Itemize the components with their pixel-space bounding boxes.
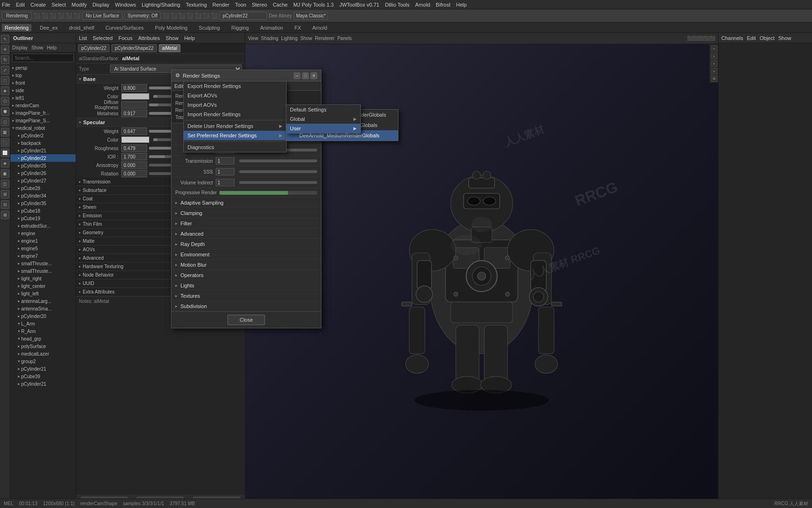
- vp-right-icon-2[interactable]: ▪: [711, 53, 718, 59]
- move-tool[interactable]: ✛: [1, 45, 9, 54]
- tool7[interactable]: ⬡: [1, 97, 9, 105]
- sss-input[interactable]: [216, 168, 234, 175]
- list-item[interactable]: ▸antennaSma...: [10, 305, 76, 312]
- menu-bifrost[interactable]: Bifrost: [436, 2, 450, 8]
- tab-droid-shelf[interactable]: droid_shelf: [66, 24, 97, 32]
- list-item[interactable]: ▾medical_robot: [10, 124, 76, 132]
- node-tab-pcylinder22[interactable]: pCylinder22: [78, 44, 109, 52]
- list-item[interactable]: ▸smallThruste...: [10, 260, 76, 267]
- list-item[interactable]: ▾head_grp: [10, 335, 76, 342]
- list-item[interactable]: ▸renderCam: [10, 102, 76, 109]
- color-swatch[interactable]: [121, 93, 149, 100]
- list-item[interactable]: ▸persp: [10, 64, 76, 71]
- tool8[interactable]: ⬢: [1, 107, 9, 116]
- tab-sculpting[interactable]: Sculpting: [196, 24, 223, 32]
- tool11[interactable]: ⬛: [1, 138, 9, 147]
- menu-cache[interactable]: Cache: [273, 2, 288, 8]
- vp-right-icon-5[interactable]: ⚙: [711, 75, 718, 82]
- preset-diagnostics[interactable]: Diagnostics: [184, 143, 286, 152]
- list-item[interactable]: ▸engine7: [10, 252, 76, 260]
- dialog-close-btn[interactable]: ✕: [311, 72, 317, 79]
- menu-windows[interactable]: Windows: [115, 2, 136, 8]
- list-item[interactable]: ▸pCube19: [10, 214, 76, 222]
- menu-render[interactable]: Render: [212, 2, 229, 8]
- node-tab-pcylindershape22[interactable]: pCylinderShape22: [111, 44, 156, 52]
- list-item[interactable]: ▾L_Arm: [10, 320, 76, 327]
- dialog-maximize-btn[interactable]: □: [302, 72, 309, 79]
- attr-menu-list[interactable]: List: [79, 35, 87, 41]
- preset-export-render[interactable]: Export Render Settings: [184, 81, 286, 91]
- menu-file[interactable]: File: [2, 2, 10, 8]
- vp-menu-lighting[interactable]: Lighting: [281, 36, 297, 41]
- preset-export-aovs[interactable]: Export AOVs: [184, 91, 286, 100]
- list-item[interactable]: ▸pCylinder21: [10, 380, 76, 388]
- tab-rendering[interactable]: Rendering: [2, 24, 31, 32]
- no-live-surface[interactable]: No Live Surface: [82, 12, 122, 20]
- tool10[interactable]: ▦: [1, 128, 9, 136]
- list-item[interactable]: ▸pCylinder26: [10, 169, 76, 177]
- menu-edit[interactable]: Edit: [16, 2, 25, 8]
- spec-color-swatch[interactable]: [121, 136, 149, 143]
- list-item[interactable]: ▸light_right: [10, 275, 76, 282]
- tool9[interactable]: ◻: [1, 118, 9, 126]
- motion-blur-section[interactable]: ▸ Motion Blur: [172, 260, 321, 270]
- list-item[interactable]: ▸pCylinder20: [10, 312, 76, 320]
- vp-right-icon-4[interactable]: ▪: [711, 68, 718, 74]
- ior-input[interactable]: [121, 153, 147, 160]
- subdivision-section[interactable]: ▸ Subdivision: [172, 301, 321, 311]
- list-item[interactable]: ▸pCube39: [10, 373, 76, 380]
- rotate-tool[interactable]: ↻: [1, 56, 9, 64]
- attr-menu-attributes[interactable]: Attributes: [138, 35, 160, 41]
- textures-section[interactable]: ▸ Textures: [172, 291, 321, 301]
- menu-texturing[interactable]: Texturing: [186, 2, 207, 8]
- selection-field[interactable]: pCylinder22: [219, 12, 267, 20]
- list-item[interactable]: ▸left1: [10, 94, 76, 102]
- vp-menu-shading[interactable]: Shading: [261, 36, 279, 41]
- transmission-slider[interactable]: [239, 159, 317, 162]
- workspace-dropdown[interactable]: Maya Classic*: [294, 12, 328, 20]
- submenu-default-settings[interactable]: Default Settings: [286, 105, 360, 114]
- sss-slider[interactable]: [239, 170, 317, 173]
- dialog-close-button[interactable]: Close: [227, 315, 265, 325]
- metalness-input[interactable]: [121, 110, 147, 117]
- vp-right-icon-1[interactable]: ▪: [711, 45, 718, 52]
- ray-depth-section[interactable]: ▸ Ray Depth: [172, 239, 321, 249]
- tab-arnold[interactable]: Arnold: [309, 24, 330, 32]
- tool13[interactable]: ◈: [1, 159, 9, 167]
- tool16[interactable]: ⊞: [1, 190, 9, 198]
- operators-section[interactable]: ▸ Operators: [172, 270, 321, 280]
- tool18[interactable]: ⊠: [1, 211, 9, 219]
- vp-menu-panels[interactable]: Panels: [337, 36, 352, 41]
- preset-delete-user[interactable]: Delete User Render Settings ▶: [184, 121, 286, 131]
- preset-import-render[interactable]: Import Render Settings: [184, 110, 286, 119]
- tool6[interactable]: ◈: [1, 87, 9, 95]
- outliner-menu-help[interactable]: Help: [47, 45, 57, 50]
- list-item[interactable]: ▸pCylinder25: [10, 162, 76, 169]
- transmission-input[interactable]: [216, 157, 234, 165]
- menu-create[interactable]: Create: [31, 2, 46, 8]
- submenu-user[interactable]: User ▶: [286, 124, 360, 133]
- list-item[interactable]: ▸pCylinder2: [10, 132, 76, 139]
- list-item[interactable]: ▾R_Arm: [10, 327, 76, 335]
- list-item[interactable]: ▸engine1: [10, 237, 76, 245]
- list-item[interactable]: ▸imagePlane_fr...: [10, 109, 76, 117]
- list-item[interactable]: ▸polySurface: [10, 342, 76, 350]
- lights-section[interactable]: ▸ Lights: [172, 280, 321, 291]
- tab-animation[interactable]: Animation: [258, 24, 286, 32]
- menu-display[interactable]: Display: [93, 2, 109, 8]
- menu-help[interactable]: Help: [456, 2, 467, 8]
- list-item[interactable]: ▸medicalLazer: [10, 350, 76, 357]
- roughness-input[interactable]: [121, 144, 147, 152]
- vp-menu-show[interactable]: Show: [300, 36, 312, 41]
- list-item[interactable]: ▾engine: [10, 230, 76, 237]
- menu-toon[interactable]: Toon: [235, 2, 246, 8]
- advanced-section[interactable]: ▸ Advanced: [172, 229, 321, 239]
- menu-jwtoolbox[interactable]: JWToolBox v0.71: [339, 2, 379, 8]
- spec-weight-input[interactable]: [121, 127, 147, 135]
- list-item[interactable]: ▸pCylinder21: [10, 147, 76, 154]
- clamping-section[interactable]: ▸ Clamping: [172, 208, 321, 218]
- volume-indirect-input[interactable]: [216, 179, 234, 186]
- list-item[interactable]: ▸antennaLarg...: [10, 297, 76, 305]
- menu-select[interactable]: Select: [52, 2, 66, 8]
- tab-curves[interactable]: Curves/Surfaces: [103, 24, 147, 32]
